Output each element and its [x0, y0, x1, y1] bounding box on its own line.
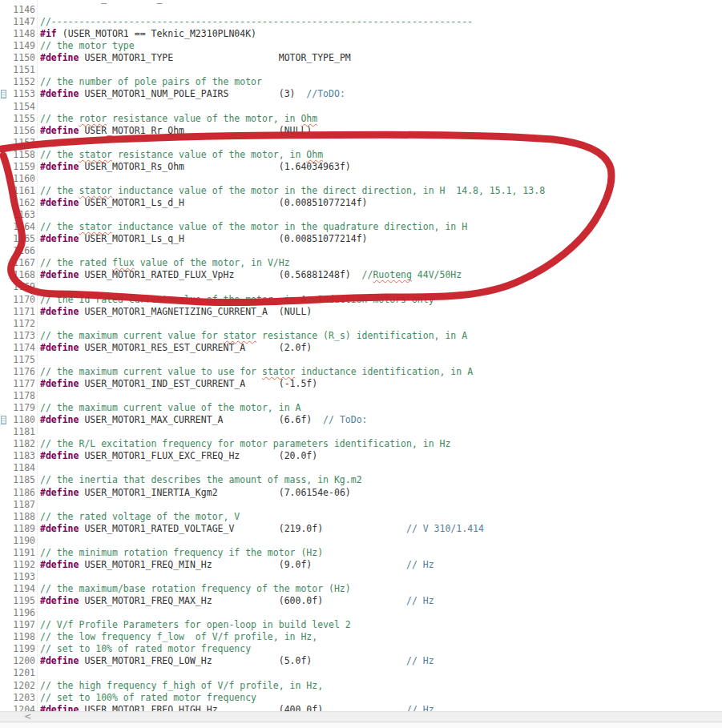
code-line[interactable]: 1169 [0, 281, 722, 293]
code-line[interactable]: 1149// the motor type [0, 40, 722, 52]
line-number: 1172 [0, 318, 35, 330]
scroll-left-arrow-icon[interactable]: < [24, 712, 31, 722]
code-text: // the stator inductance value of the mo… [40, 185, 545, 197]
code-text: #define USER_MOTOR1_RES_EST_CURRENT_A (2… [40, 342, 312, 354]
line-number: 1148 [0, 28, 35, 40]
code-line[interactable]: 1159#define USER_MOTOR1_Rs_Ohm (1.640349… [0, 161, 722, 173]
line-number: 1191 [0, 547, 35, 559]
line-number: 1181 [0, 426, 35, 438]
code-line[interactable]: 1155// the rotor resistance value of the… [0, 113, 722, 125]
code-line[interactable]: 1193 [0, 571, 722, 583]
code-line[interactable]: 1165#define USER_MOTOR1_Ls_q_H (0.008510… [0, 233, 722, 245]
code-line[interactable]: 1161// the stator inductance value of th… [0, 185, 722, 197]
code-line[interactable]: 1166 [0, 245, 722, 257]
code-line[interactable]: 1148#if (USER_MOTOR1 == Teknic_M2310PLN0… [0, 28, 722, 40]
code-text: // the stator inductance value of the mo… [40, 221, 467, 233]
line-number: 1182 [0, 438, 35, 450]
line-number: 1159 [0, 161, 35, 173]
line-number: 1196 [0, 607, 35, 619]
line-number: 1184 [0, 462, 35, 474]
code-line[interactable]: 1151 [0, 64, 722, 76]
code-line[interactable]: 1188// the rated voltage of the motor, V [0, 511, 722, 523]
code-line[interactable]: 1200#define USER_MOTOR1_FREQ_LOW_Hz (5.0… [0, 655, 722, 667]
code-line[interactable]: 1194// the maximum/base rotation frequen… [0, 583, 722, 595]
code-line[interactable]: 1154 [0, 101, 722, 113]
code-line[interactable]: 1170// the Id rated current value of the… [0, 294, 722, 306]
code-text: // the maximum/base rotation frequency o… [40, 583, 351, 595]
line-number: 1204 [0, 704, 35, 711]
line-number: 1152 [0, 76, 35, 88]
code-line[interactable]: 1203// set to 100% of rated motor freque… [0, 692, 722, 704]
code-line[interactable]: 1172 [0, 318, 722, 330]
line-number: 1166 [0, 245, 35, 257]
code-text: // the inertia that describes the amount… [40, 474, 362, 486]
code-line[interactable]: 1156#define USER_MOTOR1_Rr_Ohm (NULL) [0, 125, 722, 137]
code-text: #define USER_MOTOR1_FREQ_LOW_Hz (5.0f) /… [40, 655, 434, 667]
code-text: // the low frequency f_low of V/f profil… [40, 631, 317, 643]
code-text: //--------------------------------------… [40, 16, 473, 28]
line-number: 1187 [0, 499, 35, 511]
code-line[interactable]: 1191// the minimum rotation frequency if… [0, 547, 722, 559]
code-line[interactable]: 1167// the rated flux value of the motor… [0, 257, 722, 269]
code-line[interactable]: 1152// the number of pole pairs of the m… [0, 76, 722, 88]
code-line[interactable]: 1164// the stator inductance value of th… [0, 221, 722, 233]
line-number: 1146 [0, 4, 35, 16]
line-number: 1165 [0, 233, 35, 245]
code-line[interactable]: 1196 [0, 607, 722, 619]
code-line[interactable]: 1147//----------------------------------… [0, 16, 722, 28]
code-line[interactable]: 1185// the inertia that describes the am… [0, 474, 722, 486]
code-line[interactable]: 1177#define USER_MOTOR1_IND_EST_CURRENT_… [0, 378, 722, 390]
code-line[interactable]: 1204#define USER_MOTOR1_FREQ_HIGH_Hz (40… [0, 704, 722, 711]
code-line[interactable]: 1199// set to 10% of rated motor frequen… [0, 643, 722, 655]
code-area[interactable]: _ _11461147//---------------------------… [0, 0, 722, 711]
code-line[interactable]: 1183#define USER_MOTOR1_FLUX_EXC_FREQ_Hz… [0, 450, 722, 462]
code-text: // the rotor resistance value of the mot… [40, 113, 317, 125]
code-line[interactable]: 1181 [0, 426, 722, 438]
line-number: 1175 [0, 354, 35, 366]
code-line[interactable]: 1160 [0, 173, 722, 185]
code-line[interactable]: 1184 [0, 462, 722, 474]
code-line[interactable]: 1176// the maximum current value to use … [0, 366, 722, 378]
line-number: 1178 [0, 390, 35, 402]
code-line[interactable]: 1157 [0, 137, 722, 149]
code-text: // the Id rated current value of the mot… [40, 294, 434, 306]
code-text: // the motor type [40, 40, 135, 52]
code-line[interactable]: 1146 [0, 4, 722, 16]
line-number: 1164 [0, 221, 35, 233]
code-line[interactable]: 1186#define USER_MOTOR1_INERTIA_Kgm2 (7.… [0, 487, 722, 499]
line-number: 1189 [0, 523, 35, 535]
code-line[interactable]: 1153#define USER_MOTOR1_NUM_POLE_PAIRS (… [0, 88, 722, 100]
code-line[interactable]: 1179// the maximum current value of the … [0, 402, 722, 414]
code-line[interactable]: 1163 [0, 209, 722, 221]
code-line[interactable]: 1182// the R/L excitation frequency for … [0, 438, 722, 450]
code-line[interactable]: 1197// V/f Profile Parameters for open-l… [0, 619, 722, 631]
code-text: // the maximum current value for stator … [40, 330, 467, 342]
code-line[interactable]: 1195#define USER_MOTOR1_FREQ_MAX_Hz (600… [0, 595, 722, 607]
code-line[interactable]: 1201 [0, 667, 722, 679]
code-line[interactable]: 1187 [0, 499, 722, 511]
code-line[interactable]: 1173// the maximum current value for sta… [0, 330, 722, 342]
code-line[interactable]: 1198// the low frequency f_low of V/f pr… [0, 631, 722, 643]
code-line[interactable]: 1150#define USER_MOTOR1_TYPE MOTOR_TYPE_… [0, 52, 722, 64]
bookmark-icon[interactable] [1, 416, 6, 424]
code-text: // the maximum current value of the moto… [40, 402, 300, 414]
line-number: 1155 [0, 113, 35, 125]
code-line[interactable]: 1189#define USER_MOTOR1_RATED_VOLTAGE_V … [0, 523, 722, 535]
line-number: 1188 [0, 511, 35, 523]
code-line[interactable]: 1174#define USER_MOTOR1_RES_EST_CURRENT_… [0, 342, 722, 354]
code-line[interactable]: 1158// the stator resistance value of th… [0, 149, 722, 161]
code-line[interactable]: 1171#define USER_MOTOR1_MAGNETIZING_CURR… [0, 306, 722, 318]
code-line[interactable]: 1162#define USER_MOTOR1_Ls_d_H (0.008510… [0, 197, 722, 209]
bookmark-icon[interactable] [1, 90, 6, 99]
line-number: 1192 [0, 559, 35, 571]
horizontal-scrollbar[interactable]: < [0, 711, 722, 722]
code-line[interactable]: 1192#define USER_MOTOR1_FREQ_MIN_Hz (9.0… [0, 559, 722, 571]
code-text: #define USER_MOTOR1_FLUX_EXC_FREQ_Hz (20… [40, 450, 317, 462]
code-text: // the high frequency f_high of V/f prof… [40, 680, 323, 692]
code-line[interactable]: 1175 [0, 354, 722, 366]
code-line[interactable]: 1168#define USER_MOTOR1_RATED_FLUX_VpHz … [0, 269, 722, 281]
code-line[interactable]: 1178 [0, 390, 722, 402]
code-line[interactable]: 1202// the high frequency f_high of V/f … [0, 680, 722, 692]
code-line[interactable]: 1180#define USER_MOTOR1_MAX_CURRENT_A (6… [0, 414, 722, 426]
code-line[interactable]: 1190 [0, 535, 722, 547]
